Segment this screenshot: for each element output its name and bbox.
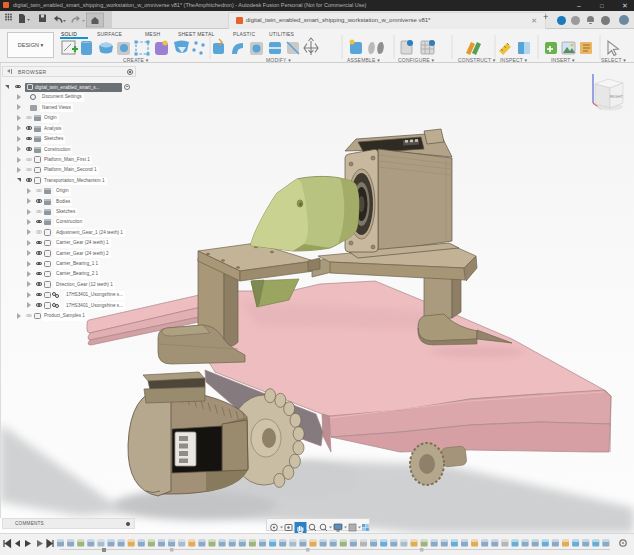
svg-text:RIGHT: RIGHT — [610, 94, 623, 99]
